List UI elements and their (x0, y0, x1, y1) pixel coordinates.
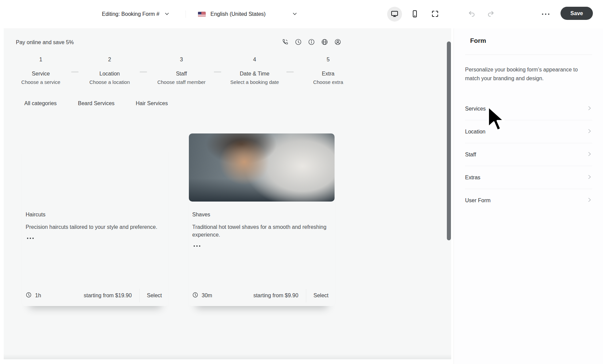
shaves-photo (189, 133, 335, 202)
service-title: Haircuts (26, 212, 165, 218)
chevron-right-icon (587, 105, 592, 112)
step-title: Service (2, 71, 80, 77)
device-preview-toggle (387, 0, 442, 28)
canvas-scrollbar[interactable] (447, 41, 451, 240)
globe-icon[interactable] (321, 38, 328, 46)
service-card-footer: 30m starting from $9.90 Select (189, 285, 335, 306)
service-description: Traditional hot towel shaves for a smoot… (192, 223, 331, 239)
redo-button[interactable] (486, 9, 496, 19)
phone-icon[interactable] (282, 38, 289, 46)
service-duration: 1h (26, 292, 41, 299)
service-price: starting from $19.90 (84, 293, 132, 299)
menu-item-staff[interactable]: Staff (465, 143, 592, 166)
topbar-divider (185, 10, 186, 18)
panel-divider (465, 55, 592, 55)
step-subtitle: Choose staff member (143, 79, 220, 85)
more-dots-button[interactable] (27, 238, 40, 239)
chevron-right-icon (587, 128, 592, 135)
undo-button[interactable] (467, 9, 477, 19)
desktop-preview-button[interactable] (387, 7, 402, 22)
chevron-right-icon (587, 151, 592, 158)
booking-form-editor: Editing: Booking Form # English (United … (0, 0, 603, 364)
step-subtitle: Choose a service (2, 79, 80, 85)
service-card-shaves: Shaves Traditional hot towel shaves for … (189, 133, 335, 306)
redo-icon (487, 10, 495, 19)
service-card-haircuts: Haircuts Precision haircuts tailored to … (22, 133, 168, 306)
step-extra[interactable]: 5 Extra Choose extra (289, 57, 367, 85)
step-title: Extra (289, 71, 367, 77)
info-icon[interactable] (308, 38, 315, 46)
desktop-icon (391, 10, 399, 19)
chevron-right-icon (587, 174, 592, 181)
select-service-button[interactable]: Select (314, 293, 328, 299)
form-selector[interactable]: Editing: Booking Form # (102, 0, 170, 28)
chevron-right-icon (587, 197, 592, 204)
select-service-button[interactable]: Select (147, 293, 162, 299)
category-beard-services[interactable]: Beard Services (78, 100, 115, 107)
menu-item-label: User Form (465, 198, 491, 204)
menu-item-label: Services (465, 106, 486, 112)
category-hair-services[interactable]: Hair Services (136, 100, 168, 107)
duration-text: 30m (202, 293, 212, 299)
service-card-footer: 1h starting from $19.90 Select (22, 285, 168, 306)
preview-header-icons (282, 38, 341, 46)
panel-description: Personalize your booking form’s appearan… (465, 65, 591, 83)
history-controls (467, 0, 496, 28)
more-dots-button[interactable] (194, 245, 207, 247)
account-icon[interactable] (334, 38, 341, 46)
undo-icon (468, 10, 476, 19)
duration-text: 1h (35, 293, 41, 299)
step-connector (140, 71, 147, 72)
step-subtitle: Choose extra (289, 79, 367, 85)
clock-icon (192, 292, 198, 299)
menu-item-label: Staff (465, 152, 476, 158)
footer-divider (306, 289, 306, 302)
service-duration: 30m (192, 292, 212, 299)
service-price: starting from $9.90 (253, 293, 298, 299)
step-location[interactable]: 2 Location Choose a location (71, 57, 148, 85)
step-title: Date & Time (216, 71, 293, 77)
step-connector (71, 71, 79, 72)
category-tabs: All categories Beard Services Hair Servi… (24, 100, 168, 107)
service-description: Precision haircuts tailored to your styl… (26, 223, 165, 231)
step-number: 4 (216, 57, 293, 63)
fullscreen-preview-button[interactable] (428, 7, 442, 22)
clock-icon[interactable] (295, 38, 302, 46)
step-connector (214, 71, 221, 72)
service-title: Shaves (192, 212, 331, 218)
menu-item-services[interactable]: Services (465, 97, 592, 120)
booking-form-preview: Pay online and save 5% 1 Service Choose … (4, 28, 451, 359)
step-title: Location (71, 71, 148, 77)
language-selector[interactable]: English (United States) (198, 0, 297, 28)
menu-item-extras[interactable]: Extras (465, 166, 592, 189)
language-label: English (United States) (210, 11, 266, 17)
menu-item-label: Extras (465, 175, 480, 181)
fullscreen-icon (431, 10, 439, 19)
step-staff[interactable]: 3 Staff Choose staff member (143, 57, 220, 85)
ellipsis-icon (542, 13, 549, 15)
step-connector (286, 71, 294, 72)
promo-banner: Pay online and save 5% (16, 39, 74, 46)
chevron-down-icon (164, 11, 170, 18)
step-title: Staff (143, 71, 220, 77)
step-number: 5 (289, 57, 367, 63)
step-number: 2 (71, 57, 148, 63)
footer-divider (139, 289, 140, 302)
step-service[interactable]: 1 Service Choose a service (2, 57, 80, 85)
more-options-button[interactable] (538, 7, 553, 22)
mobile-preview-button[interactable] (407, 7, 422, 22)
save-button[interactable]: Save (561, 7, 593, 20)
form-settings-panel: Form Personalize your booking form’s app… (454, 28, 603, 364)
menu-item-user-form[interactable]: User Form (465, 189, 592, 212)
panel-menu: Services Location Staff Extras (465, 97, 592, 212)
canvas-bottom-fade (4, 354, 451, 359)
form-selector-label: Editing: Booking Form # (102, 11, 160, 17)
step-number: 1 (2, 57, 80, 63)
menu-item-label: Location (465, 129, 486, 135)
clock-icon (26, 292, 32, 299)
menu-item-location[interactable]: Location (465, 120, 592, 143)
category-all[interactable]: All categories (24, 100, 57, 107)
mobile-icon (411, 10, 419, 19)
haircuts-photo (22, 133, 168, 202)
step-date-time[interactable]: 4 Date & Time Select a booking date (216, 57, 293, 85)
